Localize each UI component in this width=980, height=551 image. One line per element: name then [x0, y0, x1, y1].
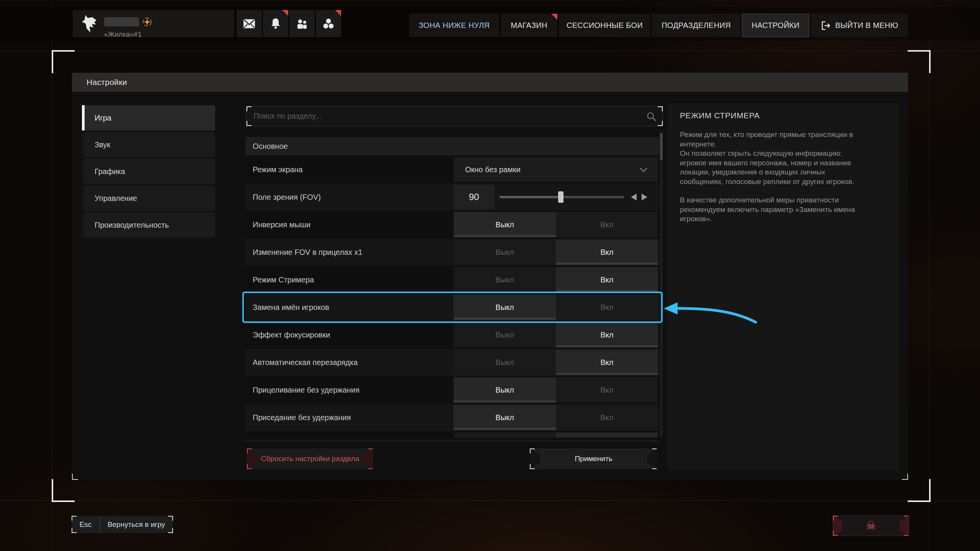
shop-badge: [551, 14, 557, 20]
squad-badge: [335, 10, 341, 16]
toggle-off-button[interactable]: Выкл: [454, 377, 556, 403]
window-title: Настройки: [87, 78, 127, 87]
fov-slider-track[interactable]: [564, 196, 624, 198]
league-badge-icon: [142, 17, 152, 27]
toggle-on-button[interactable]: Вкл: [556, 322, 658, 347]
section-search: [246, 106, 663, 126]
setting-label: Приседание без удержания: [253, 404, 351, 431]
nav-zone-below-zero[interactable]: ЗОНА НИЖЕ НУЛЯ: [409, 14, 499, 37]
fov-slider-thumb[interactable]: [558, 191, 564, 203]
frame-corner: [908, 479, 931, 502]
notification-badge: [282, 10, 288, 16]
row-screen-mode: Режим экрана Окно без рамки: [245, 156, 660, 183]
frame-corner: [52, 50, 75, 73]
toggle-on-button[interactable]: Вкл: [556, 405, 658, 430]
sidebar-item-controls[interactable]: Управление: [82, 186, 215, 211]
player-name-redacted: [104, 17, 139, 26]
mail-icon: [243, 19, 255, 29]
nav-divisions[interactable]: ПОДРАЗДЕЛЕНИЯ: [652, 14, 740, 37]
dropdown-value: Окно без рамки: [465, 157, 521, 182]
partial-row: [245, 432, 660, 437]
toggle-off-button[interactable]: Выкл: [454, 267, 556, 292]
reset-section-button[interactable]: Сбросить настройки раздела: [247, 448, 373, 469]
toggle-off-button[interactable]: Выкл: [454, 350, 556, 375]
mail-button[interactable]: [237, 10, 262, 37]
info-panel: РЕЖИМ СТРИМЕРА Режим для тех, кто провод…: [668, 103, 899, 470]
friends-icon: [296, 18, 308, 29]
fov-slider-track[interactable]: [500, 196, 558, 198]
section-header: Основное: [245, 137, 660, 155]
frame-line: [52, 0, 52, 551]
nav-exit-to-menu[interactable]: ВЫЙТИ В МЕНЮ: [811, 14, 908, 37]
row-fov: Поле зрения (FOV) 90: [245, 184, 660, 210]
row-aim-toggle: Прицеливание без удержания Выкл Вкл: [245, 377, 660, 403]
scrollbar-thumb[interactable]: [660, 133, 663, 160]
search-icon: [647, 112, 657, 122]
exit-icon: [821, 21, 831, 31]
player-profile-module[interactable]: «Жилка»#1: [73, 10, 234, 37]
sidebar-item-graphics[interactable]: Графика: [82, 159, 215, 184]
notifications-button[interactable]: [263, 10, 288, 37]
row-auto-reload: Автоматическая перезарядка Выкл Вкл: [245, 349, 660, 376]
sidebar-item-game[interactable]: Игра: [82, 105, 215, 130]
nav-session-battles[interactable]: СЕССИОННЫЕ БОИ: [559, 14, 650, 37]
window-titlebar: Настройки: [72, 73, 908, 92]
return-to-game-button[interactable]: Esc Вернуться в игру: [72, 516, 173, 533]
squad-button[interactable]: [316, 10, 341, 37]
setting-label: Замена имён игроков: [253, 294, 329, 321]
toggle-off-button[interactable]: Выкл: [454, 212, 556, 237]
friends-button[interactable]: [289, 10, 315, 37]
setting-label: Автоматическая перезарядка: [253, 349, 358, 376]
slider-decrease-arrow[interactable]: [631, 194, 637, 201]
info-panel-title: РЕЖИМ СТРИМЕРА: [680, 111, 886, 120]
setting-label: Прицеливание без удержания: [253, 377, 359, 403]
frame-corner: [908, 50, 931, 73]
list-scrollbar[interactable]: [660, 132, 663, 437]
frame-line: [929, 0, 929, 551]
row-streamer-mode: Режим Стримера Выкл Вкл: [245, 266, 660, 293]
nav-settings[interactable]: НАСТРОЙКИ: [742, 14, 809, 37]
frame-line: [0, 51, 980, 51]
footer-divider: [245, 441, 660, 441]
toggle-off-button[interactable]: Выкл: [454, 295, 556, 320]
sidebar-item-sound[interactable]: Звук: [82, 132, 215, 157]
squad-cluster-icon: [323, 18, 334, 29]
toggle-off-button[interactable]: Выкл: [454, 322, 556, 347]
setting-label: Эффект фокусировки: [253, 321, 330, 348]
toggle-on-button[interactable]: Вкл: [556, 295, 658, 320]
screen-mode-dropdown[interactable]: Окно без рамки: [454, 157, 658, 182]
row-mouse-invert: Инверсия мыши Выкл Вкл: [245, 211, 660, 238]
setting-label: Режим экрана: [253, 156, 303, 183]
info-panel-text: Режим для тех, кто проводит прямые транс…: [680, 130, 886, 186]
setting-label: Инверсия мыши: [253, 211, 310, 238]
esc-key-hint[interactable]: Esc: [72, 516, 100, 533]
nav-shop[interactable]: МАГАЗИН: [501, 14, 557, 37]
clan-tag: «Жилка»#1: [104, 31, 142, 39]
toggle-on-button[interactable]: Вкл: [556, 240, 658, 265]
toggle-on-button[interactable]: Вкл: [556, 267, 658, 292]
return-label: Вернуться в игру: [100, 516, 173, 533]
row-crouch-toggle: Приседание без удержания Выкл Вкл: [245, 404, 660, 431]
top-nav: ЗОНА НИЖЕ НУЛЯ МАГАЗИН СЕССИОННЫЕ БОИ ПО…: [409, 14, 908, 37]
search-input[interactable]: [247, 106, 663, 126]
info-panel-text: В качестве дополнительной меры приватнос…: [680, 196, 886, 224]
row-focus-effect: Эффект фокусировки Выкл Вкл: [245, 321, 660, 348]
bell-icon: [270, 18, 281, 29]
settings-window: Настройки Игра Звук Графика Управление П…: [72, 73, 908, 480]
suicide-button[interactable]: ☠: [833, 515, 909, 536]
slider-increase-arrow[interactable]: [642, 194, 647, 201]
setting-label: Режим Стримера: [253, 266, 314, 293]
frame-corner: [52, 479, 75, 502]
setting-label: Изменение FOV в прицелах x1: [253, 239, 363, 266]
sidebar-item-performance[interactable]: Производительность: [82, 212, 215, 238]
toggle-on-button[interactable]: Вкл: [556, 212, 658, 237]
apply-button[interactable]: Применить: [530, 448, 657, 469]
chevron-down-icon: [640, 168, 647, 172]
wolf-emblem-icon: [81, 15, 97, 33]
toggle-off-button[interactable]: Выкл: [454, 405, 556, 430]
fov-value-box[interactable]: 90: [454, 185, 494, 209]
toggle-on-button[interactable]: Вкл: [556, 377, 658, 403]
toggle-off-button[interactable]: Выкл: [454, 240, 556, 265]
setting-label: Поле зрения (FOV): [253, 184, 321, 210]
toggle-on-button[interactable]: Вкл: [556, 350, 658, 375]
